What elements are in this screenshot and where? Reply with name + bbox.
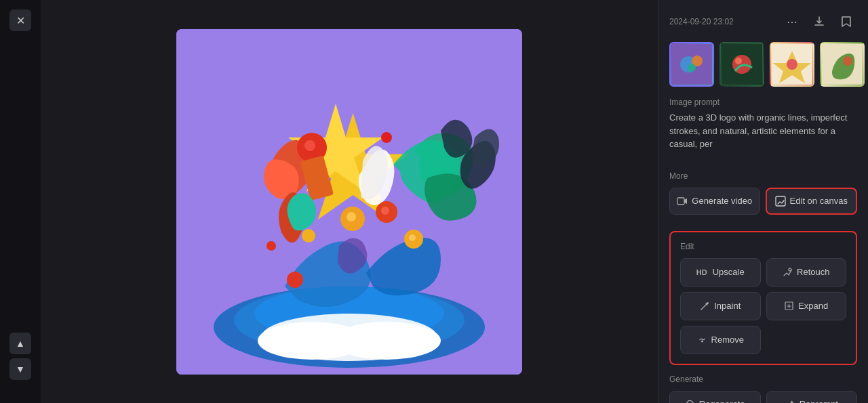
thumbnail-2[interactable] (719, 42, 764, 87)
more-section-label: More (669, 171, 857, 181)
svg-point-38 (701, 341, 703, 343)
svg-rect-33 (677, 198, 684, 205)
remove-icon (697, 335, 707, 345)
thumbnail-4[interactable] (820, 42, 865, 87)
regenerate-button[interactable]: Regenerate (669, 391, 761, 404)
svg-point-10 (304, 140, 315, 151)
thumbnail-3[interactable] (770, 42, 814, 87)
expand-button[interactable]: Expand (766, 292, 847, 320)
edit-section-label: Edit (680, 242, 846, 251)
prompt-text: Create a 3D logo with organic lines, imp… (669, 111, 857, 151)
video-icon (677, 196, 688, 207)
prompt-section: Image prompt Create a 3D logo with organ… (669, 98, 857, 162)
thumbnail-1[interactable] (669, 42, 714, 87)
svg-point-20 (381, 132, 392, 143)
retouch-button[interactable]: Retouch (766, 258, 847, 287)
thumbnails-row (669, 42, 857, 87)
timestamp-label: 2024-09-20 23:02 (669, 17, 776, 26)
panel-header: 2024-09-20 23:02 ⋯ (669, 11, 857, 33)
svg-point-15 (347, 212, 356, 221)
reprompt-icon (785, 399, 795, 403)
generate-section-label: Generate (669, 375, 857, 384)
svg-point-21 (267, 241, 276, 251)
svg-point-25 (688, 64, 696, 72)
svg-point-12 (381, 207, 389, 215)
expand-icon (784, 301, 794, 311)
edit-buttons-grid: HD Upscale Retouch Inpaint (680, 258, 846, 354)
right-panel: 2024-09-20 23:02 ⋯ (658, 0, 868, 403)
hd-icon: HD (696, 268, 707, 276)
main-area (41, 0, 658, 403)
canvas-illustration (176, 29, 522, 375)
retouch-icon (783, 267, 793, 277)
close-button[interactable]: ✕ (9, 9, 31, 31)
nav-arrows: ▲ ▼ (9, 333, 31, 380)
edit-section: Edit HD Upscale Retouch (669, 231, 857, 365)
regenerate-icon (685, 399, 695, 403)
prev-button[interactable]: ▲ (9, 333, 31, 354)
svg-point-18 (302, 229, 315, 242)
generate-video-button[interactable]: Generate video (669, 188, 760, 215)
svg-point-6 (332, 322, 441, 360)
canvas-icon (775, 196, 786, 207)
svg-point-13 (287, 272, 303, 288)
image-canvas (176, 29, 522, 375)
svg-point-32 (843, 56, 852, 66)
svg-point-17 (409, 234, 416, 241)
more-action-row: Generate video Edit on canvas (669, 188, 857, 215)
svg-point-30 (787, 59, 797, 70)
remove-button[interactable]: Remove (680, 326, 761, 354)
generate-row: Regenerate Reprompt (669, 391, 857, 404)
inpaint-button[interactable]: Inpaint (680, 292, 761, 320)
bookmark-button[interactable] (835, 11, 857, 33)
svg-point-36 (707, 302, 709, 304)
prompt-label: Image prompt (669, 98, 857, 107)
download-button[interactable] (808, 11, 830, 33)
svg-point-28 (735, 58, 742, 64)
more-section: More Generate video Edit on canvas (669, 171, 857, 224)
svg-point-35 (789, 268, 791, 271)
next-button[interactable]: ▼ (9, 358, 31, 380)
edit-on-canvas-button[interactable]: Edit on canvas (766, 188, 858, 215)
more-options-button[interactable]: ⋯ (781, 11, 803, 33)
reprompt-button[interactable]: Reprompt (766, 391, 858, 404)
upscale-button[interactable]: HD Upscale (680, 258, 761, 287)
left-sidebar: ✕ ▲ ▼ (0, 0, 41, 403)
generate-section: Generate Regenerate Reprompt (669, 375, 857, 404)
inpaint-icon (700, 301, 710, 311)
